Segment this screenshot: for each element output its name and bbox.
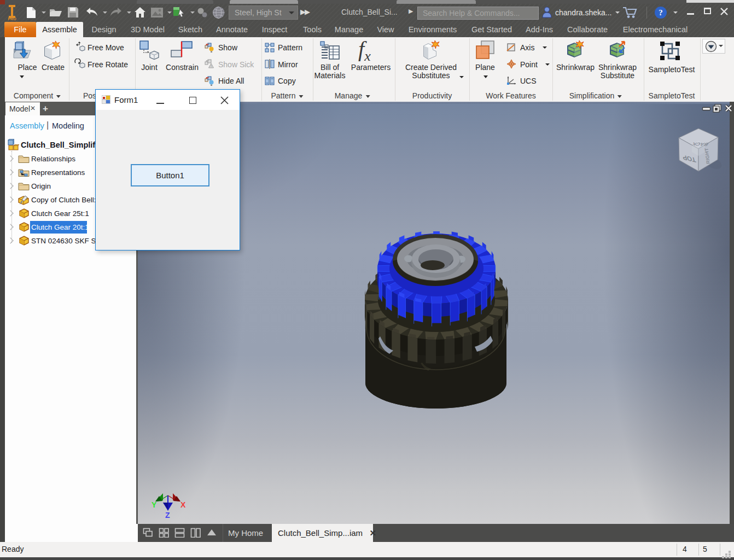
svg-text:X: X xyxy=(180,500,186,509)
svg-text:BACK: BACK xyxy=(691,142,710,147)
svg-text:Z: Z xyxy=(165,511,170,520)
svg-text:Y: Y xyxy=(152,500,157,509)
